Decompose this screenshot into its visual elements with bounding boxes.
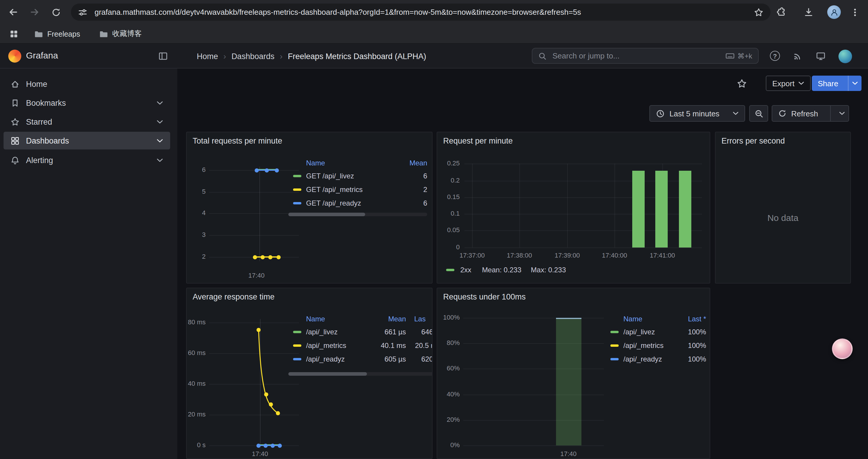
browser-profile-avatar[interactable]: [827, 5, 841, 19]
search-input[interactable]: [551, 51, 721, 61]
display-button[interactable]: [816, 52, 826, 61]
address-bar[interactable]: [71, 4, 771, 21]
grafana-logo-icon[interactable]: [8, 50, 21, 63]
export-button[interactable]: Export: [766, 76, 810, 91]
sidebar-item-home[interactable]: Home: [4, 75, 170, 93]
series-name[interactable]: /api/_metrics: [623, 341, 677, 350]
help-button[interactable]: ?: [770, 51, 780, 61]
y-tick: 40 ms: [187, 380, 206, 388]
y-tick: 0.15: [438, 193, 460, 201]
y-tick: 0.25: [438, 160, 460, 167]
screen: Freeleaps 收藏博客 Grafana Home › Dashboards…: [0, 0, 868, 459]
legend-scrollbar[interactable]: [288, 372, 433, 376]
legend-col-name[interactable]: Name: [306, 159, 404, 167]
sidebar-item-dashboards[interactable]: Dashboards: [4, 132, 170, 150]
legend-col-last[interactable]: Last *: [677, 315, 706, 323]
legend-col-name[interactable]: Name: [623, 315, 677, 323]
tune-icon[interactable]: [78, 7, 88, 17]
apps-grid-icon: [9, 30, 18, 38]
chevron-down-icon[interactable]: [157, 158, 163, 162]
legend-header: Name Mean Las: [288, 313, 433, 325]
refresh-interval-button[interactable]: [835, 106, 848, 121]
series-name[interactable]: GET /api/_livez: [306, 172, 404, 180]
legend-scrollbar[interactable]: [288, 213, 427, 216]
series-name[interactable]: /api/_readyz: [623, 355, 677, 363]
gridline: [464, 248, 702, 248]
panel-total-requests-per-minute: Total requests per minute 6 5 4 3 2 17:4…: [186, 132, 433, 284]
panel-title[interactable]: Errors per second: [721, 136, 785, 145]
y-tick: 0: [438, 243, 460, 251]
share-label[interactable]: Share: [812, 76, 844, 91]
legend-row: /api/_livez 100%: [606, 325, 706, 338]
legend-row: /api/_livez 661 µs 646: [288, 325, 433, 338]
legend-col-name[interactable]: Name: [306, 315, 368, 323]
series-color-swatch: [293, 330, 301, 333]
chevron-down-icon[interactable]: [157, 101, 163, 105]
series-name[interactable]: GET /api/_readyz: [306, 199, 404, 207]
brand-title: Grafana: [26, 50, 58, 60]
time-range-picker[interactable]: Last 5 minutes: [649, 105, 745, 122]
series-color-swatch: [610, 358, 619, 360]
bookmark-star-icon[interactable]: [754, 7, 764, 17]
y-tick: 20 ms: [187, 411, 206, 418]
breadcrumb-home[interactable]: Home: [197, 52, 218, 61]
url-input[interactable]: [93, 7, 754, 17]
share-menu-button[interactable]: [848, 76, 861, 91]
favorite-dashboard-button[interactable]: [737, 78, 747, 89]
panel-title[interactable]: Total requests per minute: [193, 136, 282, 145]
legend-col-mean[interactable]: Mean: [368, 315, 406, 323]
reload-button[interactable]: [47, 4, 64, 21]
divider: [830, 106, 831, 121]
legend-col-mean[interactable]: Mean: [404, 159, 427, 167]
series-color-swatch: [293, 188, 301, 191]
gridline: [463, 318, 604, 319]
series-name[interactable]: /api/_livez: [306, 328, 368, 336]
panel-errors-per-second: Errors per second No data: [715, 132, 851, 284]
gridline: [463, 343, 604, 344]
search-box[interactable]: ⌘+k: [532, 48, 759, 64]
gridline: [209, 323, 299, 323]
forward-button[interactable]: [26, 4, 43, 21]
series-name[interactable]: /api/_readyz: [306, 355, 368, 363]
sidebar-item-starred[interactable]: Starred: [4, 113, 170, 131]
series-max: Max: 0.233: [531, 266, 566, 274]
browser-menu-button[interactable]: [846, 4, 863, 21]
gridline: [463, 420, 604, 421]
gridline: [464, 181, 702, 182]
series-name[interactable]: /api/_livez: [623, 328, 677, 336]
series-mean: 6: [404, 199, 427, 207]
gridline: [567, 164, 568, 248]
scrollbar-thumb[interactable]: [288, 213, 365, 216]
chevron-down-icon[interactable]: [157, 120, 163, 124]
bookmark-folder-blogs[interactable]: 收藏博客: [96, 28, 145, 40]
zoom-out-button[interactable]: [749, 105, 768, 122]
chevron-down-icon[interactable]: [157, 138, 163, 143]
sidebar-item-bookmarks[interactable]: Bookmarks: [4, 94, 170, 112]
news-button[interactable]: [793, 52, 802, 61]
bookmark-folder-freeleaps[interactable]: Freeleaps: [31, 28, 84, 40]
panel-title[interactable]: Requests under 100ms: [443, 292, 526, 301]
apps-shortcut-button[interactable]: [6, 28, 22, 40]
series-color-swatch: [610, 344, 619, 347]
legend-table: Name Mean Las /api/_livez 661 µs 646 /ap…: [288, 313, 433, 366]
y-tick: 80 ms: [187, 319, 206, 326]
extensions-button[interactable]: [773, 4, 790, 21]
series-name[interactable]: 2xx: [460, 266, 471, 274]
series-name[interactable]: GET /api/_metrics: [306, 185, 404, 193]
scrollbar-thumb[interactable]: [288, 372, 367, 376]
panel-title[interactable]: Request per minute: [443, 136, 513, 145]
back-button[interactable]: [5, 4, 22, 21]
legend-col-last[interactable]: Las: [406, 315, 433, 323]
downloads-button[interactable]: [800, 4, 817, 21]
share-button[interactable]: Share: [812, 76, 861, 91]
floating-avatar[interactable]: [832, 338, 852, 359]
refresh-button[interactable]: Refresh: [772, 106, 824, 121]
question-icon: ?: [773, 52, 777, 59]
breadcrumb-dashboards[interactable]: Dashboards: [231, 52, 275, 61]
user-avatar[interactable]: [838, 50, 852, 63]
download-icon: [804, 7, 814, 17]
sidebar-item-alerting[interactable]: Alerting: [4, 151, 170, 169]
sidebar-toggle-button[interactable]: [158, 52, 168, 61]
panel-title[interactable]: Average response time: [193, 292, 275, 301]
series-name[interactable]: /api/_metrics: [306, 341, 368, 350]
